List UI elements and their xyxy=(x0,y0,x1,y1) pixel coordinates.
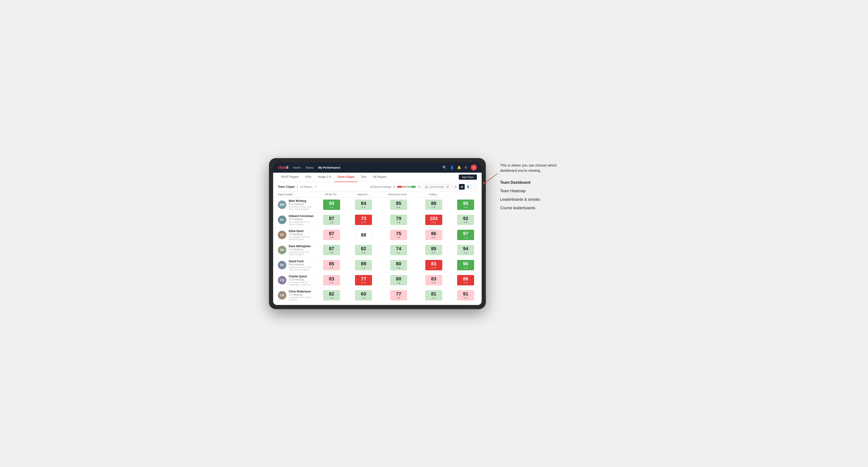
player-handicap: Plus Handicap xyxy=(289,263,314,266)
subnav-hcaps[interactable]: Hcaps 1-5 xyxy=(315,172,334,182)
last-rounds-button[interactable]: 📊 Last Rounds: 20 xyxy=(423,184,451,189)
player-name: Elliot Ebert xyxy=(289,229,314,233)
bell-icon[interactable]: 🔔 xyxy=(457,165,461,169)
metric-box: 8310 ▼ xyxy=(425,260,442,270)
team-header: Team Clippd | 14 Players ✏ 20 Round Chan… xyxy=(273,182,482,192)
metric-cell-off_tee: 824 ▲ xyxy=(348,243,380,257)
player-handicap: 1-5 Handicap xyxy=(289,218,314,220)
metric-cell-player_quality: 833 ▼ xyxy=(316,273,348,288)
metric-cell-putting: 959 ▲ xyxy=(450,197,482,212)
col-approach: Approach ↓ xyxy=(348,192,380,197)
table-row: DBDave Billingham1-5 HandicapGog Magog G… xyxy=(273,243,482,257)
metric-box: 823 ▲ xyxy=(323,290,340,301)
metric-box: 853 ▼ xyxy=(425,245,442,255)
nav-teams[interactable]: Teams xyxy=(305,166,313,169)
subnav-pga[interactable]: PGA xyxy=(302,172,315,182)
bar-ltgreen xyxy=(407,186,410,188)
view-person-button[interactable]: 👤 xyxy=(465,184,471,190)
menu-item-team-heatmap[interactable]: Team Heatmap xyxy=(500,189,561,193)
annotation-text: This is where you can choose which dashb… xyxy=(500,163,561,173)
search-icon[interactable]: 🔍 xyxy=(442,165,446,169)
player-cell: BMBlair McHargPlus HandicapRoyal North D… xyxy=(273,197,316,212)
metric-score: 94 xyxy=(463,246,468,251)
view-download-button[interactable]: ↓ xyxy=(471,184,477,190)
metric-change: 1 ▲ xyxy=(330,221,334,224)
last-rounds-value: 20 xyxy=(446,185,449,188)
player-name: Edward Crossman xyxy=(289,214,314,218)
metric-change: 4 ▲ xyxy=(330,251,334,254)
svg-line-0 xyxy=(484,173,498,184)
subnav-team-clippd[interactable]: Team Clippd xyxy=(334,172,358,182)
player-name: Chris Robertson xyxy=(289,290,314,293)
player-avatar: DF xyxy=(278,261,286,269)
metric-box: 753 ▼ xyxy=(390,230,407,240)
metric-score: 73 xyxy=(361,216,366,221)
metric-box: 853 ▼ xyxy=(323,260,340,270)
metric-change: 11 ▼ xyxy=(361,221,366,224)
player-handicap: Plus Handicap xyxy=(289,203,314,206)
metric-change: 8 ▲ xyxy=(397,206,401,209)
metric-box: 941 ▲ xyxy=(457,245,474,255)
subnav-all-players[interactable]: All Players xyxy=(370,172,390,182)
add-team-button[interactable]: Add Team xyxy=(459,175,477,180)
metric-change: 3 ▼ xyxy=(330,236,334,239)
edit-icon[interactable]: ✏ xyxy=(315,185,317,188)
table-row: CQCharlie Quick6-10 HandicapSt. George's… xyxy=(273,273,482,288)
metric-change: 1 ▼ xyxy=(432,206,435,209)
metric-box: 975 ▲ xyxy=(457,230,474,240)
metric-change: 1 ▲ xyxy=(397,282,401,284)
nav-my-performance[interactable]: My Performance xyxy=(318,166,340,169)
metric-cell-approach: 741 ▲ xyxy=(379,243,418,257)
nav-home[interactable]: Home xyxy=(293,166,301,169)
person-icon[interactable]: 👤 xyxy=(450,165,454,169)
metric-cell-putting: 963 ▲ xyxy=(450,257,482,273)
table-body: BMBlair McHargPlus HandicapRoyal North D… xyxy=(273,197,482,305)
tablet-screen: clippd Home Teams My Performance 🔍 👤 🔔 ⚙… xyxy=(273,162,482,305)
view-icons: ⊞ ▦ 👤 ↓ xyxy=(453,184,477,190)
player-club: Royal North Devon Golf Club, United King… xyxy=(289,206,314,210)
metric-box: 602 ▲ xyxy=(355,290,372,301)
metric-box: 7714 ▼ xyxy=(355,275,372,285)
metric-box: 913 ▼ xyxy=(457,290,474,301)
metric-change: 6 ▼ xyxy=(432,236,435,239)
player-club: Gog Magog Golf Club, United Kingdom xyxy=(289,251,314,256)
menu-item-team-dashboard[interactable]: Team Dashboard xyxy=(500,181,561,185)
table-scroll: Player Quality ↓ Off the Tee ↓ Approach … xyxy=(273,192,482,305)
metric-change: 2 ▲ xyxy=(362,297,365,299)
metric-box: 814 ▲ xyxy=(425,290,442,301)
menu-item-leaderboards[interactable]: Leaderboards & streaks xyxy=(500,197,561,201)
settings-icon[interactable]: ⚙ xyxy=(464,165,467,169)
metric-change: 3 ▲ xyxy=(397,267,401,269)
player-club: Craigmillar Park, United Kingdom xyxy=(289,296,314,301)
metric-change: 1 ▲ xyxy=(464,251,467,254)
subnav-pgat[interactable]: PGAT Players xyxy=(278,172,302,182)
metric-change: 6 ▼ xyxy=(432,282,435,284)
top-nav: clippd Home Teams My Performance 🔍 👤 🔔 ⚙… xyxy=(273,162,482,173)
metric-cell-putting: 941 ▲ xyxy=(450,243,482,257)
user-avatar[interactable]: U xyxy=(471,164,477,170)
player-name: Dave Billingham xyxy=(289,245,314,248)
metric-score: 89 xyxy=(361,261,366,266)
player-avatar: DB xyxy=(278,246,286,254)
sub-nav: PGAT Players PGA Hcaps 1-5 Team Clippd T… xyxy=(273,173,482,182)
subnav-tour[interactable]: Tour xyxy=(358,172,370,182)
metric-score: 74 xyxy=(396,246,401,251)
menu-item-course-leaderboards[interactable]: Course leaderboards xyxy=(500,206,561,210)
view-grid-button[interactable]: ⊞ xyxy=(453,184,459,190)
metric-score: 86 xyxy=(463,276,468,281)
metric-change: 14 ▼ xyxy=(361,282,366,284)
metric-change: 3 ▼ xyxy=(330,267,334,269)
metric-cell-around_green: 814 ▲ xyxy=(418,288,450,303)
player-handicap: 1-5 Handicap xyxy=(289,293,314,296)
metric-change: 3 ▼ xyxy=(397,236,401,239)
view-heatmap-button[interactable]: ▦ xyxy=(459,184,465,190)
metric-change: 8 ▼ xyxy=(464,282,467,284)
metric-change: 7 ▲ xyxy=(362,267,365,269)
metric-box: 923 ▼ xyxy=(457,215,474,225)
player-cell: CQCharlie Quick6-10 HandicapSt. George's… xyxy=(273,273,316,288)
metric-box: 803 ▲ xyxy=(390,260,407,270)
player-handicap: 6-10 Handicap xyxy=(289,278,314,281)
col-putting: Putting ↓ xyxy=(418,192,450,197)
player-handicap: 1-5 Handicap xyxy=(289,233,314,236)
metric-change: 4 ▲ xyxy=(362,251,365,254)
